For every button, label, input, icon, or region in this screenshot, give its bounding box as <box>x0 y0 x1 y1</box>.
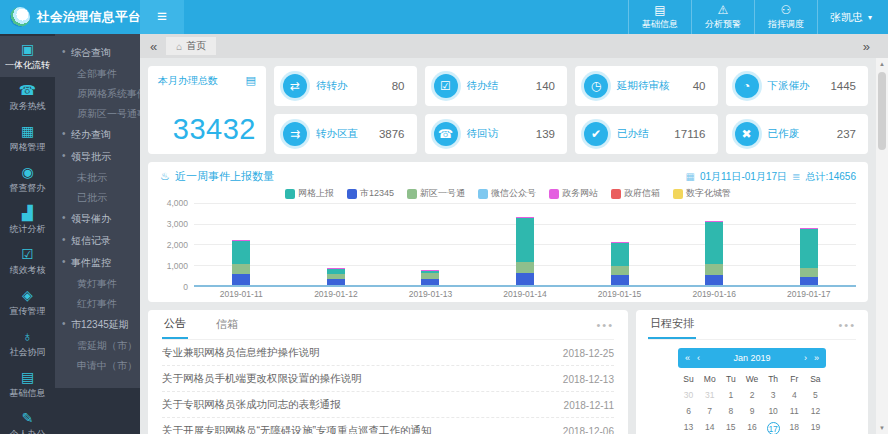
tab-mailbox[interactable]: 信箱 <box>214 310 240 339</box>
sidebar-toggle-button[interactable]: ≡ <box>140 0 184 34</box>
sidebar-module[interactable]: ◉督查督办 <box>0 159 55 200</box>
calendar-day-cell[interactable]: 5 <box>805 387 826 403</box>
nav-basic-info-button[interactable]: ▤ 基础信息 <box>628 0 691 34</box>
submenu-item[interactable]: 领导批示 <box>55 146 140 168</box>
stat-card[interactable]: ⇄待转办80 <box>274 66 417 106</box>
scrollbar-thumb[interactable] <box>878 72 886 150</box>
stat-card[interactable]: ✔已办结17116 <box>575 114 718 154</box>
stat-card[interactable]: ☑待办结140 <box>425 66 568 106</box>
sidebar-module[interactable]: ◈宣传管理 <box>0 282 55 323</box>
stacked-bar[interactable] <box>327 268 345 285</box>
calendar-day-cell[interactable]: 16 <box>741 419 762 434</box>
calendar-day-cell[interactable]: 14 <box>699 419 720 434</box>
calendar-month-title[interactable]: Jan 2019 <box>707 353 797 363</box>
sidebar-module[interactable]: ✎个人办公 <box>0 405 55 434</box>
tab-announcements[interactable]: 公告 <box>162 310 188 339</box>
stacked-bar[interactable] <box>421 270 439 285</box>
submenu-item[interactable]: 原网格系统事件 <box>55 84 140 104</box>
stacked-bar[interactable] <box>516 217 534 285</box>
sidebar-module[interactable]: ▤基础信息 <box>0 364 55 405</box>
stacked-bar[interactable] <box>232 240 250 286</box>
chart-date-range[interactable]: 01月11日-01月17日 <box>700 170 787 184</box>
calendar-day-cell[interactable]: 8 <box>720 403 741 419</box>
calendar-day-cell[interactable]: 1 <box>720 387 741 403</box>
submenu-item[interactable]: 未批示 <box>55 168 140 188</box>
announcement-row[interactable]: 关于专职网格员张成功同志的表彰通报2018-12-11 <box>162 392 614 418</box>
submenu-item[interactable]: 短信记录 <box>55 230 140 252</box>
calendar-day-cell[interactable]: 17 <box>763 419 784 434</box>
submenu-item[interactable]: 黄灯事件 <box>55 274 140 294</box>
legend-item[interactable]: 网格上报 <box>285 187 334 200</box>
calendar-prev-year-button[interactable]: « <box>685 354 690 363</box>
calendar-day-cell[interactable]: 30 <box>678 387 699 403</box>
calendar-day-cell[interactable]: 13 <box>678 419 699 434</box>
stat-value: 1445 <box>830 80 856 92</box>
submenu-item[interactable]: 事件监控 <box>55 252 140 274</box>
announcement-row[interactable]: 专业兼职网格员信息维护操作说明2018-12-25 <box>162 340 614 366</box>
calendar-day-cell[interactable]: 4 <box>784 387 805 403</box>
calendar-day-cell[interactable]: 10 <box>763 403 784 419</box>
sidebar-module[interactable]: ♁社会协同 <box>0 323 55 364</box>
legend-item[interactable]: 新区一号通 <box>407 187 465 200</box>
sidebar-module[interactable]: ▣一体化流转 <box>0 36 55 77</box>
sidebar-module[interactable]: ☎政务热线 <box>0 77 55 118</box>
tabs-scroll-right-button[interactable]: » <box>863 40 870 53</box>
calendar-day-cell[interactable]: 15 <box>720 419 741 434</box>
submenu-item[interactable]: 经办查询 <box>55 124 140 146</box>
tab-home[interactable]: ⌂ 首页 <box>166 37 216 55</box>
calendar-day-cell[interactable]: 3 <box>763 387 784 403</box>
submenu-item[interactable]: 红灯事件 <box>55 294 140 314</box>
more-options-icon[interactable]: ••• <box>838 319 856 331</box>
submenu-item[interactable]: 申请中（市） <box>55 356 140 376</box>
calendar-day-cell[interactable]: 7 <box>699 403 720 419</box>
scroll-down-icon[interactable]: ▼ <box>879 422 885 434</box>
sidebar-module[interactable]: ▟统计分析 <box>0 200 55 241</box>
legend-item[interactable]: 数字化城管 <box>673 187 731 200</box>
calendar-day-cell[interactable]: 12 <box>805 403 826 419</box>
more-options-icon[interactable]: ••• <box>596 319 614 331</box>
user-menu[interactable]: 张凯忠 ▾ <box>818 0 888 34</box>
submenu-item[interactable]: 需延期（市） <box>55 336 140 356</box>
stat-card[interactable]: ✖已作废237 <box>726 114 869 154</box>
calendar-day-cell[interactable]: 19 <box>805 419 826 434</box>
stacked-bar[interactable] <box>800 228 818 285</box>
calendar-day-name: Sa <box>805 370 826 387</box>
calendar-day-cell[interactable]: 2 <box>741 387 762 403</box>
stacked-bar[interactable] <box>705 221 723 285</box>
announcement-row[interactable]: 关于开展专职网格员“无障碍设施”专项重点巡查工作的通知2018-12-06 <box>162 418 614 434</box>
submenu-item[interactable]: 市12345延期 <box>55 314 140 336</box>
nav-analysis-alert-button[interactable]: ⚠ 分析预警 <box>691 0 754 34</box>
calendar-day-cell[interactable]: 18 <box>784 419 805 434</box>
tabs-scroll-left-button[interactable]: « <box>150 40 157 53</box>
chevron-down-icon: ▾ <box>868 13 872 22</box>
calendar-day-cell[interactable]: 6 <box>678 403 699 419</box>
calendar-prev-month-button[interactable]: ‹ <box>697 354 700 363</box>
submenu-item[interactable]: 全部事件 <box>55 64 140 84</box>
submenu-item[interactable]: 综合查询 <box>55 42 140 64</box>
legend-item[interactable]: 政府信箱 <box>611 187 660 200</box>
monthly-total-card[interactable]: 本月办理总数 ▤ 33432 <box>148 66 266 154</box>
legend-item[interactable]: 市12345 <box>347 187 394 200</box>
calendar-day-cell[interactable]: 11 <box>784 403 805 419</box>
announcement-row[interactable]: 关于网格员手机端更改权限设置的操作说明2018-12-13 <box>162 366 614 392</box>
scroll-up-icon[interactable]: ▲ <box>879 58 885 70</box>
nav-dispatch-button[interactable]: ⚇ 指挥调度 <box>754 0 818 34</box>
calendar-day-cell[interactable]: 9 <box>741 403 762 419</box>
calendar-next-month-button[interactable]: › <box>804 354 807 363</box>
submenu-item[interactable]: 原新区一号通事件 <box>55 104 140 124</box>
vertical-scrollbar[interactable]: ▲ ▼ <box>876 58 888 434</box>
calendar-day-cell[interactable]: 31 <box>699 387 720 403</box>
submenu-item[interactable]: 已批示 <box>55 188 140 208</box>
module-label: 个人办公 <box>10 428 46 434</box>
stat-card[interactable]: ☎待回访139 <box>425 114 568 154</box>
sidebar-module[interactable]: ▦网格管理 <box>0 118 55 159</box>
stat-card[interactable]: ◷延期待审核40 <box>575 66 718 106</box>
stacked-bar[interactable] <box>611 242 629 285</box>
sidebar-module[interactable]: ☑绩效考核 <box>0 241 55 282</box>
legend-item[interactable]: 微信公众号 <box>478 187 536 200</box>
submenu-item[interactable]: 领导催办 <box>55 208 140 230</box>
legend-item[interactable]: 政务网站 <box>549 187 598 200</box>
calendar-next-year-button[interactable]: » <box>814 354 819 363</box>
stat-card[interactable]: ⇉转办区直3876 <box>274 114 417 154</box>
stat-card[interactable]: ◔下派催办1445 <box>726 66 869 106</box>
